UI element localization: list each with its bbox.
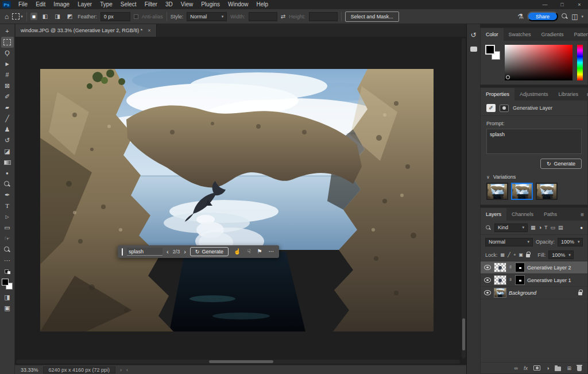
tab-gradients[interactable]: Gradients [536,28,569,41]
search-icon[interactable] [562,13,568,20]
horizontal-scrollbar-thumb[interactable] [209,360,273,363]
zoom-tool[interactable] [1,244,14,255]
layer-name[interactable]: Generative Layer 2 [527,265,571,271]
tab-libraries[interactable]: Libraries [554,88,584,101]
quick-mask-button[interactable]: ◨ [1,292,14,303]
zoom-level[interactable]: 33.33% [21,367,38,373]
tab-channels[interactable]: Channels [506,208,539,221]
path-selection-tool[interactable]: ▷ [1,211,14,222]
link-layers-icon[interactable]: ∞ [514,365,518,371]
vertical-scrollbar[interactable] [462,38,466,358]
add-to-selection-button[interactable]: ◧ [41,13,49,20]
filter-pixel-layers-icon[interactable]: ▦ [531,225,536,230]
mask-link-icon[interactable]: ∞ [509,278,513,282]
layer-row-generative-layer-2[interactable]: ∞ Generative Layer 2 [481,261,587,274]
tab-properties[interactable]: Properties [481,88,514,101]
report-flag-icon[interactable]: ⚑ [256,249,264,255]
variation-thumbnail-1[interactable] [486,183,508,200]
close-button[interactable]: × [571,0,588,9]
status-popup-icon[interactable]: › [120,367,122,373]
feather-input[interactable] [104,14,127,20]
brush-tool[interactable]: ╱ [1,113,14,124]
prompt-textarea[interactable]: splash [486,129,582,154]
edit-toolbar-button[interactable]: ⋯ [1,255,14,266]
layer-row-background[interactable]: Background [481,287,587,299]
feather-field[interactable] [100,12,130,21]
layer-thumbnail[interactable] [494,288,506,298]
more-options-icon[interactable]: ⋯ [267,249,275,255]
saturation-brightness-picker[interactable] [505,45,572,80]
menu-type[interactable]: Type [96,0,117,9]
filter-type-layers-icon[interactable]: T [544,225,548,230]
variation-thumbnail-3[interactable] [536,183,558,200]
maximize-button[interactable]: □ [554,0,571,9]
generative-fill-taskbar[interactable]: ‹ 2/3 › ↻ Generate ☝ ☟ ⚑ ⋯ [118,245,279,258]
tab-color[interactable]: Color [481,28,504,41]
menu-select[interactable]: Select [117,0,141,9]
next-variation-button[interactable]: › [184,249,186,255]
share-button[interactable]: Share [527,11,558,21]
spot-healing-brush-tool[interactable]: ▰ [1,102,14,113]
frame-tool[interactable]: ⊠ [1,80,14,91]
filter-shape-layers-icon[interactable]: ▭ [550,225,555,230]
prompt-input[interactable] [127,248,163,256]
type-tool[interactable]: T [1,201,14,211]
tab-adjustments[interactable]: Adjustments [514,88,554,101]
screen-mode-button[interactable]: ▣ [1,303,14,314]
new-selection-button[interactable]: ■ [30,13,37,20]
thumbs-down-icon[interactable]: ☟ [246,249,252,255]
delete-layer-icon[interactable] [577,366,582,371]
hand-tool[interactable]: ☞ [1,233,14,244]
close-tab-icon[interactable]: × [148,28,150,33]
lock-all-icon[interactable] [526,254,530,257]
tab-swatches[interactable]: Swatches [504,28,536,41]
width-field[interactable] [249,12,277,21]
home-icon[interactable]: ⌂ [5,13,9,21]
menu-view[interactable]: View [177,0,198,9]
generate-button[interactable]: ↻ Generate [190,247,229,256]
style-dropdown[interactable]: Normal ▾ [187,12,227,21]
menu-layer[interactable]: Layer [74,0,96,9]
opacity-dropdown[interactable]: 100% ▾ [558,238,583,246]
rectangular-marquee-tool[interactable] [1,37,14,48]
tool-preset-picker[interactable]: ▾ [12,13,23,20]
menu-filter[interactable]: Filter [141,0,161,9]
lock-pixels-icon[interactable]: ╱ [508,252,510,257]
menu-edit[interactable]: Edit [32,0,49,9]
minimize-button[interactable]: — [536,0,554,9]
fill-dropdown[interactable]: 100% ▾ [548,250,574,259]
previous-variation-button[interactable]: ‹ [167,249,169,255]
thumbs-up-icon[interactable]: ☝ [233,249,242,255]
beaker-icon[interactable]: ⚗ [517,13,524,21]
menu-file[interactable]: File [14,0,32,9]
menu-plugins[interactable]: Plugins [197,0,224,9]
layer-name[interactable]: Background [509,290,536,296]
layer-styles-icon[interactable]: fx [524,365,528,371]
foreground-color-swatch[interactable] [485,45,495,55]
blend-mode-dropdown[interactable]: Normal ▾ [485,238,533,246]
vertical-scrollbar-thumb[interactable] [462,318,465,350]
anti-alias-checkbox[interactable] [134,14,138,19]
kind-dropdown[interactable]: Kind ▾ [494,223,528,232]
mask-link-icon[interactable]: ∞ [509,265,513,269]
layer-row-generative-layer-1[interactable]: ∞ Generative Layer 1 [481,274,587,287]
lock-position-icon[interactable]: + [513,252,516,257]
layer-thumbnail[interactable] [494,275,506,285]
lock-transparency-icon[interactable]: ▦ [501,252,505,257]
crop-tool[interactable]: # [1,70,14,80]
panel-menu-icon[interactable]: ≡ [583,88,588,101]
filter-smart-objects-icon[interactable]: ▤ [558,225,563,230]
history-brush-tool[interactable]: ↺ [1,135,14,146]
foreground-color-swatch[interactable] [2,279,9,286]
eyedropper-tool[interactable]: ✐ [1,91,14,102]
eraser-tool[interactable]: ◪ [1,146,14,157]
layer-name[interactable]: Generative Layer 1 [527,277,571,283]
horizontal-scrollbar[interactable] [16,360,460,364]
dodge-tool[interactable] [1,179,14,190]
swap-dimensions-icon[interactable]: ⇄ [281,13,285,20]
new-layer-icon[interactable]: ⊞ [567,365,571,371]
object-selection-tool[interactable]: ▶ [1,59,14,70]
history-panel-icon[interactable]: ↺ [470,32,476,38]
foreground-background-swatches[interactable] [2,279,13,290]
variations-header[interactable]: ∨ Variations [481,172,587,182]
